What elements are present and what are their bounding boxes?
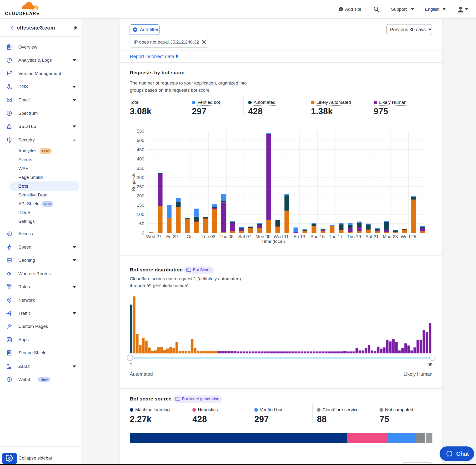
svg-text:CLOUDFLARE: CLOUDFLARE — [5, 11, 40, 16]
